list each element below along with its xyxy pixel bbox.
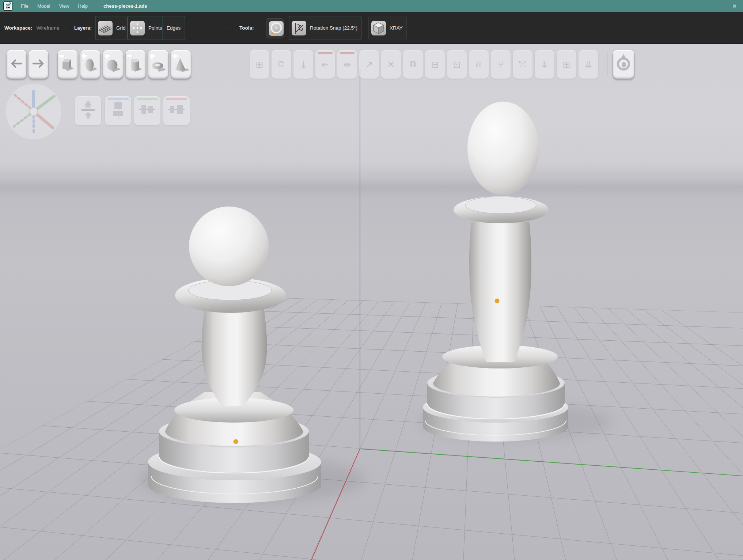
workspace-label: Workspace: (4, 25, 32, 31)
distribute-horizontal-icon (168, 100, 185, 121)
orbit-icon (615, 53, 632, 76)
add-sphere-icon (105, 54, 121, 75)
title-bar: AD SH FileModelViewHelp chess-pieces-1.a… (0, 0, 743, 12)
action-add-duplicate: ⊞ (250, 50, 269, 79)
menu-model[interactable]: Model (33, 3, 54, 9)
tool-button-xray-label: XRAY (390, 25, 403, 31)
action-boolean-union: ⧉ (403, 50, 423, 79)
move-out-icon: ↗ (365, 59, 373, 70)
add-duplicate-icon: ⊞ (256, 59, 264, 70)
menu-help[interactable]: Help (73, 3, 92, 9)
layer-button-edges[interactable]: Edges (162, 16, 185, 40)
action-import-selection: ⤓ (293, 50, 313, 79)
tool-button-turntable[interactable] (266, 18, 284, 38)
boolean-intersect-icon: ⊡ (453, 59, 461, 70)
align-distribute-horizontal (163, 96, 190, 125)
primitive-add-sphere[interactable] (103, 50, 123, 79)
rotation-snap-icon (292, 21, 306, 35)
drop-to-ground-icon (80, 100, 96, 121)
forward-arrow-icon (31, 58, 46, 70)
action-drop-copy: ⤋ (535, 50, 554, 79)
primitive-add-torus[interactable] (148, 50, 168, 79)
viewport-3d[interactable] (0, 0, 743, 560)
main-toolbar: Workspace: Wireframe · Layers: · Tools: … (0, 12, 743, 44)
layer-button-edges-label: Edges (167, 25, 181, 31)
workspace-value[interactable]: Wireframe (37, 25, 59, 31)
menu-bar: FileModelViewHelp (16, 3, 92, 9)
mirror-center-icon: ⇹ (344, 59, 351, 70)
collapse-icon: ⇊ (585, 59, 592, 70)
layer-button-grid-label: Grid (116, 25, 126, 31)
align-horizontal-icon (139, 100, 155, 121)
mirror-left-icon: ⇤ (322, 59, 329, 70)
turntable-icon (269, 21, 284, 36)
add-copy-icon: ⧉ (278, 59, 285, 70)
short-pawn[interactable] (139, 207, 365, 503)
primitive-add-box[interactable] (58, 50, 77, 79)
layer-button-points-label: Points (148, 25, 162, 31)
scene-svg (0, 0, 743, 560)
axis-orientation-gizmo[interactable] (6, 84, 61, 139)
ground-grid (0, 289, 743, 560)
align-align-horizontal (134, 96, 160, 125)
add-box-icon (59, 54, 76, 75)
layer-button-grid[interactable]: Grid (95, 16, 130, 40)
primitive-add-ellipsoid[interactable] (80, 50, 100, 79)
primitive-add-cone[interactable] (171, 50, 191, 79)
menu-view[interactable]: View (54, 3, 73, 9)
selection-origin-marker[interactable] (495, 299, 500, 303)
action-hierarchy: ⑂ (491, 50, 511, 79)
nav-back-button[interactable] (7, 50, 26, 79)
app-logo-icon: AD SH (3, 1, 12, 11)
add-ellipsoid-icon (82, 54, 99, 75)
delete-icon: ✕ (387, 59, 395, 70)
nav-forward-button[interactable] (29, 50, 48, 79)
action-add-copy: ⧉ (272, 50, 291, 79)
accent-bar (340, 52, 355, 54)
back-arrow-icon (9, 58, 24, 70)
action-split: ⤲ (513, 50, 532, 79)
points-icon (130, 21, 145, 35)
accent-bar (318, 52, 333, 54)
layer-button-points[interactable]: Points (127, 16, 166, 40)
separator-dot: · (64, 24, 66, 30)
hierarchy-icon: ⑂ (498, 59, 503, 70)
align-center-vertical (105, 96, 131, 125)
action-merge: ⧈ (469, 50, 489, 79)
action-collapse: ⇊ (579, 50, 598, 79)
tall-pawn[interactable] (419, 102, 613, 442)
separator-dot: · (226, 24, 228, 30)
app-logo-text-bottom: SH (6, 6, 10, 9)
tools-label: Tools: (239, 25, 254, 31)
primitive-add-cylinder[interactable] (126, 50, 145, 79)
action-boolean-subtract: ⊟ (425, 50, 445, 79)
align-drop-to-ground (75, 96, 101, 125)
tool-button-xray[interactable]: XRAY (368, 16, 407, 40)
pack-icon: ⊞ (563, 59, 570, 70)
action-delete: ✕ (381, 50, 401, 79)
add-cone-icon (173, 54, 189, 75)
import-selection-icon: ⤓ (301, 59, 305, 70)
layers-label: Layers: (74, 25, 92, 31)
action-move-out: ↗ (359, 50, 379, 79)
boolean-union-icon: ⧉ (410, 59, 416, 70)
document-title: chess-pieces-1.ads (103, 3, 147, 9)
menu-file[interactable]: File (16, 3, 33, 9)
split-icon: ⤲ (519, 59, 526, 70)
action-mirror-left: ⇤ (315, 50, 335, 79)
add-cylinder-icon (127, 54, 144, 75)
add-torus-icon (150, 54, 167, 75)
action-mirror-center: ⇹ (337, 50, 357, 79)
close-button[interactable]: ✕ (730, 0, 739, 12)
green-axis-y (360, 449, 743, 476)
merge-icon: ⧈ (476, 59, 482, 70)
action-pack: ⊞ (557, 50, 576, 79)
boolean-subtract-icon: ⊟ (431, 59, 439, 70)
xray-cube-icon (371, 21, 386, 35)
orbit-view-button[interactable] (613, 50, 634, 79)
tool-button-rotation-snap[interactable]: Rotation Snap (22.5°) (289, 16, 361, 40)
selection-origin-marker[interactable] (234, 439, 238, 444)
drop-copy-icon: ⤋ (541, 59, 549, 70)
action-boolean-intersect: ⊡ (447, 50, 467, 79)
app-window: { "title_bar": { "logo_top": "AD", "logo… (0, 0, 743, 560)
